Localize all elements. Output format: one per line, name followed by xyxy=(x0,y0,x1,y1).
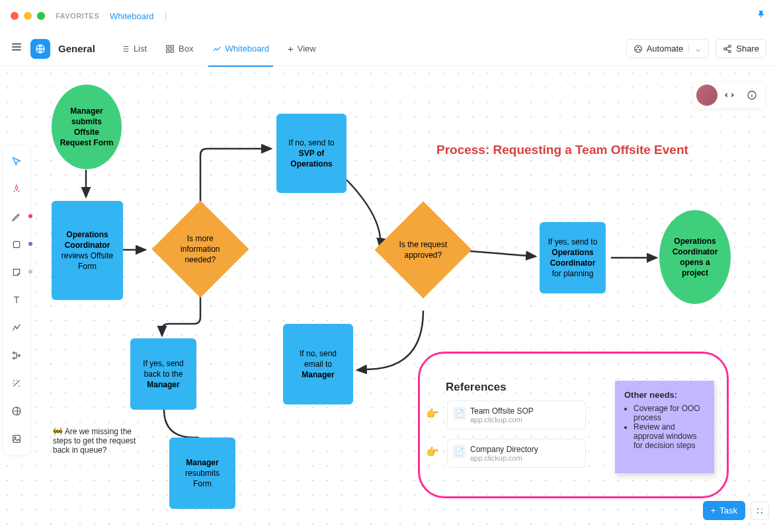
avatar[interactable] xyxy=(696,85,717,106)
automate-chevron-down-icon[interactable]: ⌄ xyxy=(688,44,702,54)
connector-tool-icon[interactable] xyxy=(7,319,26,337)
svg-point-11 xyxy=(729,50,731,53)
select-tool-icon[interactable] xyxy=(7,152,26,171)
svg-point-8 xyxy=(639,49,639,50)
reference-sop-url: app.clickup.com xyxy=(470,416,579,424)
node-start[interactable]: Manager submits Offsite Request Form xyxy=(52,85,122,169)
sticky-other-needs[interactable]: Other needs: Coverage for OOO process Re… xyxy=(615,381,714,473)
svg-point-23 xyxy=(761,512,762,513)
doc-icon: 📄 xyxy=(453,445,466,458)
node-planning-text: If yes, send to Operations Coordinator f… xyxy=(546,237,599,280)
view-box[interactable]: Box xyxy=(156,32,202,66)
sticky-title: Other needs: xyxy=(624,390,677,400)
whiteboard-canvas[interactable]: Process: Requesting a Team Offsite Event… xyxy=(0,66,777,532)
sticky-tool-icon[interactable] xyxy=(7,263,26,282)
image-tool-icon[interactable] xyxy=(7,430,26,448)
node-review[interactable]: Operations Coordinator reviews Offsite F… xyxy=(52,201,123,300)
task-button-label: Task xyxy=(719,506,737,515)
reference-card-sop[interactable]: 📄 Team Offsite SOP app.clickup.com xyxy=(447,400,586,430)
svg-point-15 xyxy=(19,355,20,357)
share-button[interactable]: Share xyxy=(716,39,766,58)
doc-icon: 📄 xyxy=(453,406,466,420)
apps-button[interactable] xyxy=(751,502,769,520)
node-deny-email[interactable]: If no, send email to Manager xyxy=(283,324,353,404)
svg-point-6 xyxy=(637,47,638,48)
references-heading: References xyxy=(446,381,507,394)
svg-rect-12 xyxy=(13,241,19,247)
node-end[interactable]: Operations Coordinator opens a project xyxy=(659,210,731,304)
svg-rect-2 xyxy=(171,45,173,48)
svg-point-10 xyxy=(724,48,727,50)
svg-point-13 xyxy=(13,352,15,354)
node-decision-approved[interactable]: Is the request approved? xyxy=(374,201,471,298)
node-end-text: Operations Coordinator opens a project xyxy=(666,236,724,279)
traffic-lights xyxy=(11,12,45,20)
text-tool-icon[interactable] xyxy=(7,291,26,309)
main-toolbar: General List Box Whiteboard +View Automa… xyxy=(0,32,777,66)
node-resubmit[interactable]: Manager resubmits Form xyxy=(169,437,235,509)
sticky-list: Coverage for OOO process Review and appr… xyxy=(634,404,705,450)
org-tool-icon[interactable] xyxy=(7,346,26,365)
pointer-emoji-1: 👉 xyxy=(426,407,439,420)
sticky-item-2: Review and approval windows for decision… xyxy=(634,422,705,450)
favorites-tab-whiteboard[interactable]: Whiteboard xyxy=(110,11,153,21)
views-switcher: List Box Whiteboard +View xyxy=(111,32,325,66)
minimize-window-icon[interactable] xyxy=(24,12,32,20)
svg-rect-17 xyxy=(13,436,20,443)
canvas-controls xyxy=(694,82,765,108)
share-label: Share xyxy=(736,44,759,54)
view-whiteboard[interactable]: Whiteboard xyxy=(203,32,278,66)
window-chrome: FAVORITES Whiteboard | xyxy=(0,0,777,32)
shape-tool-icon[interactable] xyxy=(7,235,26,254)
ai-tool-icon[interactable] xyxy=(7,180,26,198)
close-window-icon[interactable] xyxy=(11,12,19,20)
web-tool-icon[interactable] xyxy=(7,402,26,420)
node-decision-more-info[interactable]: Is more information needed? xyxy=(151,200,249,297)
pin-icon[interactable] xyxy=(757,10,766,22)
node-svp-text: If no, send to SVP of Operations xyxy=(283,137,340,170)
svg-rect-4 xyxy=(171,50,173,52)
node-svp[interactable]: If no, send to SVP of Operations xyxy=(276,114,347,193)
svg-point-7 xyxy=(636,49,637,50)
reference-card-directory[interactable]: 📄 Company Directory app.clickup.com xyxy=(447,439,586,468)
maximize-window-icon[interactable] xyxy=(37,12,45,20)
svg-point-20 xyxy=(757,508,758,510)
svg-point-18 xyxy=(15,437,16,438)
node-sendback-text: If yes, send back to the Manager xyxy=(137,358,190,391)
pen-tool-icon[interactable] xyxy=(7,208,26,226)
view-list-label: List xyxy=(134,44,147,54)
node-decision-approved-text: Is the request approved? xyxy=(395,239,451,260)
view-box-label: Box xyxy=(179,44,193,54)
svg-rect-3 xyxy=(167,50,169,52)
automate-button[interactable]: Automate ⌄ xyxy=(626,39,710,58)
view-whiteboard-label: Whiteboard xyxy=(225,44,269,54)
new-task-button[interactable]: +Task xyxy=(703,501,745,520)
add-view-label: View xyxy=(298,44,316,54)
hamburger-menu-icon[interactable] xyxy=(11,41,22,56)
reference-directory-title: Company Directory xyxy=(470,445,579,454)
node-sendback[interactable]: If yes, send back to the Manager xyxy=(130,338,196,410)
add-view-button[interactable]: +View xyxy=(278,32,325,66)
sticky-item-1: Coverage for OOO process xyxy=(634,404,705,422)
space-name[interactable]: General xyxy=(58,43,95,54)
svg-rect-1 xyxy=(167,45,169,48)
node-review-text: Operations Coordinator reviews Offsite F… xyxy=(58,229,116,272)
tab-separator: | xyxy=(165,10,167,22)
reference-directory-url: app.clickup.com xyxy=(470,454,579,462)
svg-point-21 xyxy=(761,508,762,510)
info-icon[interactable] xyxy=(741,85,762,106)
magic-tool-icon[interactable] xyxy=(7,374,26,393)
node-planning[interactable]: If yes, send to Operations Coordinator f… xyxy=(540,222,606,293)
space-globe-icon[interactable] xyxy=(30,39,50,59)
svg-point-14 xyxy=(13,358,15,360)
process-title: Process: Requesting a Team Offsite Event xyxy=(436,143,688,157)
view-list[interactable]: List xyxy=(111,32,156,66)
node-deny-text: If no, send email to Manager xyxy=(290,348,347,381)
automate-label: Automate xyxy=(647,44,684,54)
svg-point-22 xyxy=(757,512,758,513)
node-start-text: Manager submits Offsite Request Form xyxy=(58,106,115,149)
plus-icon: + xyxy=(711,506,716,515)
comment-note[interactable]: 🚧 Are we missing the steps to get the re… xyxy=(53,427,139,455)
fit-icon[interactable] xyxy=(719,85,740,106)
drawing-toolbar xyxy=(3,145,30,455)
